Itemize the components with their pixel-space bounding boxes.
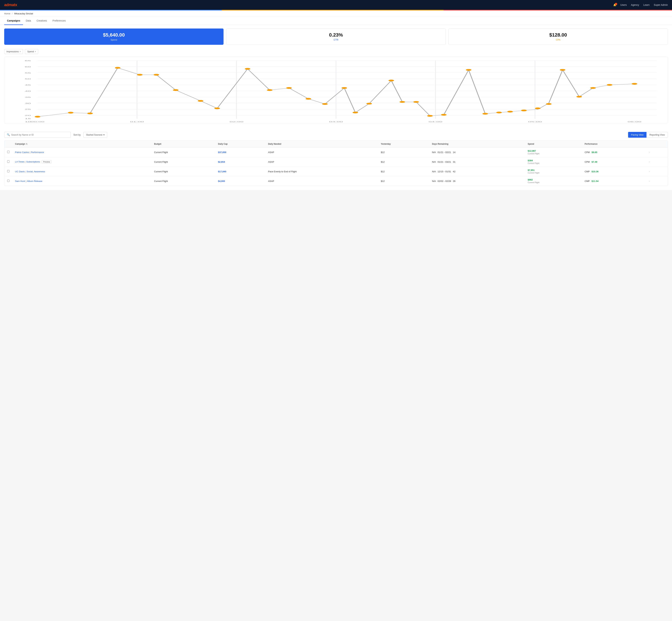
row-spend: $7,951 Current Flight [525, 167, 582, 176]
svg-text:30: 30 [25, 102, 31, 104]
row-spend: $384 Current Flight [525, 157, 582, 167]
row-days-remaining: N/A 01/21 - 03/21 31 [429, 157, 525, 167]
row-checkbox[interactable] [7, 151, 9, 153]
row-daily-needed: ASAP [265, 176, 378, 186]
campaign-name-link[interactable]: LA Times | Subscriptions [15, 160, 40, 163]
campaign-name-link[interactable]: Palms Casino | Performance [15, 151, 44, 154]
breadcrumb-separator: / [12, 12, 12, 15]
search-input[interactable] [11, 133, 68, 136]
row-checkbox[interactable] [7, 160, 9, 163]
svg-text:45: 45 [25, 84, 31, 86]
breadcrumb-home[interactable]: Home [4, 12, 10, 15]
metric-spend: $5,640.00 Spend [4, 29, 223, 45]
table-row: Palms Casino | Performance Current Fligh… [4, 148, 668, 157]
logo: admatx [4, 3, 17, 7]
search-icon: 🔍 [7, 133, 10, 136]
svg-point-38 [137, 74, 142, 76]
notification-bell[interactable]: 🔔 1 [613, 3, 616, 6]
svg-point-43 [245, 68, 250, 70]
svg-point-51 [388, 80, 394, 81]
chart-area: 65 60 55 50 45 40 35 30 25 20 15 10 00:0… [0, 57, 672, 127]
logo-text-main: admat [4, 3, 15, 7]
metric-spend-value: $5,640.00 [9, 32, 219, 38]
notification-badge: 1 [615, 3, 617, 5]
row-action[interactable]: › [646, 157, 668, 167]
table-row: Sam Hunt | Album Release Current Flight … [4, 176, 668, 186]
th-yesterday: Yesterday [378, 141, 429, 148]
svg-point-58 [496, 112, 502, 113]
svg-point-63 [560, 69, 565, 71]
breadcrumb-current: Mkacaulay Sinclair [14, 12, 33, 15]
svg-point-60 [521, 110, 527, 111]
row-days-remaining: N/A 02/02 - 02/28 26 [429, 176, 525, 186]
campaign-name-link[interactable]: UC Davis | Social, Awareness [15, 170, 45, 173]
filter-impressions[interactable]: Impressions ▾ [4, 49, 23, 54]
search-box[interactable]: 🔍 [4, 132, 71, 138]
row-action[interactable]: › [646, 167, 668, 176]
metric-ctr-label: CTR [231, 39, 441, 41]
svg-text:25: 25 [25, 108, 31, 110]
th-daily-needed: Daily Needed [265, 141, 378, 148]
campaigns-section: 🔍 Sort by Started Soonest ▾ Pacing View … [0, 127, 672, 190]
row-days-remaining: N/A 01/21 - 02/21 14 [429, 148, 525, 157]
row-budget: Current Flight [151, 167, 215, 176]
row-action[interactable]: › [646, 176, 668, 186]
row-spend: $12,987 Current Flight [525, 148, 582, 157]
row-yesterday: $12 [378, 148, 429, 157]
row-daily-cap: $4,000 [215, 176, 265, 186]
metric-cpa: $128.00 CPA [449, 29, 668, 45]
svg-point-40 [173, 89, 178, 91]
row-daily-needed: Pace Evenly to End of Flight [265, 167, 378, 176]
svg-point-66 [607, 84, 612, 86]
svg-point-39 [154, 74, 159, 76]
line-chart: 65 60 55 50 45 40 35 30 25 20 15 10 00:0… [4, 57, 668, 123]
filter-spend[interactable]: Spend ▾ [25, 49, 38, 54]
sort-icon: ⇅ [26, 143, 28, 145]
svg-point-59 [507, 111, 513, 113]
svg-point-44 [267, 89, 272, 91]
tab-preferences[interactable]: Preferences [50, 17, 69, 25]
pacing-view-button[interactable]: Pacing View [628, 132, 646, 138]
tab-campaigns[interactable]: Campaigns [4, 17, 23, 25]
chevron-down-icon: ▾ [20, 50, 20, 52]
svg-point-57 [482, 113, 488, 115]
chevron-down-icon: ▾ [103, 133, 104, 136]
nav-super-admin[interactable]: Super Admin [654, 3, 668, 6]
svg-point-61 [535, 108, 541, 109]
row-checkbox[interactable] [7, 180, 9, 182]
campaign-name-link[interactable]: Sam Hunt | Album Release [15, 180, 42, 182]
row-yesterday: $12 [378, 157, 429, 167]
th-spend: Spend [525, 141, 582, 148]
svg-point-64 [577, 96, 582, 97]
svg-point-34 [35, 116, 40, 118]
row-campaign: Palms Casino | Performance [12, 148, 151, 157]
svg-point-50 [367, 103, 372, 105]
svg-point-54 [427, 115, 433, 117]
reporting-view-button[interactable]: Reporting View [646, 132, 668, 138]
navbar: admatx 🔔 1 Users Agency Learn Super Admi… [0, 0, 672, 10]
svg-point-42 [214, 108, 220, 109]
row-campaign: UC Davis | Social, Awareness [12, 167, 151, 176]
th-campaign[interactable]: Campaign ⇅ [12, 141, 151, 148]
svg-text:60: 60 [25, 66, 31, 68]
tab-data[interactable]: Data [23, 17, 34, 25]
svg-point-53 [413, 101, 419, 103]
row-campaign: Sam Hunt | Album Release [12, 176, 151, 186]
nav-agency[interactable]: Agency [631, 3, 639, 6]
search-sort-row: 🔍 Sort by Started Soonest ▾ Pacing View … [4, 132, 668, 138]
nav-right: 🔔 1 Users Agency Learn Super Admin [613, 3, 668, 6]
row-checkbox[interactable] [7, 170, 9, 172]
table-header-row: Campaign ⇅ Budget Daily Cap Daily Needed… [4, 141, 668, 148]
nav-users[interactable]: Users [620, 3, 627, 6]
campaigns-table: Campaign ⇅ Budget Daily Cap Daily Needed… [4, 141, 668, 186]
row-yesterday: $12 [378, 167, 429, 176]
tab-creatives[interactable]: Creatives [34, 17, 50, 25]
sort-select[interactable]: Started Soonest ▾ [83, 132, 107, 138]
row-daily-needed: ASAP [265, 148, 378, 157]
row-action[interactable]: › [646, 148, 668, 157]
metrics-row: $5,640.00 Spend 0.23% CTR $128.00 CPA [0, 25, 672, 48]
nav-learn[interactable]: Learn [643, 3, 649, 6]
breadcrumb: Home / Mkacaulay Sinclair [0, 10, 672, 17]
row-campaign: LA Times | Subscriptions Preview [12, 157, 151, 167]
sort-value: Started Soonest [86, 133, 102, 136]
